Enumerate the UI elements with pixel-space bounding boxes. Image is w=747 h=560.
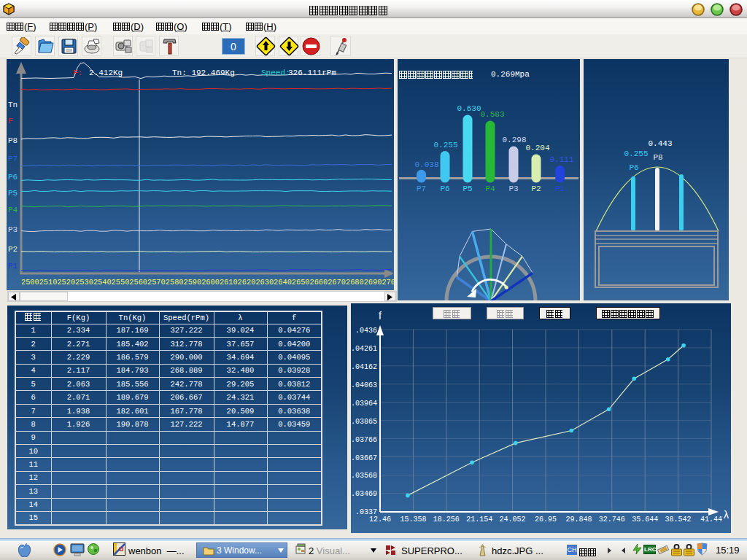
svg-text:P2: P2 bbox=[531, 184, 541, 193]
svg-text:Tn: Tn bbox=[8, 101, 18, 109]
svg-text:P4: P4 bbox=[8, 206, 18, 214]
svg-text:0.204: 0.204 bbox=[525, 144, 549, 152]
svg-text:P1: P1 bbox=[8, 262, 18, 271]
svg-text:2560: 2560 bbox=[129, 278, 147, 287]
svg-text:2690: 2690 bbox=[364, 278, 382, 287]
svg-text:P3: P3 bbox=[8, 225, 18, 234]
svg-text:35.644: 35.644 bbox=[632, 516, 658, 524]
svg-text:.03964: .03964 bbox=[351, 400, 377, 408]
svg-text:15.358: 15.358 bbox=[400, 516, 426, 524]
svg-text:.03766: .03766 bbox=[351, 436, 377, 444]
svg-text:0.630: 0.630 bbox=[457, 104, 481, 113]
svg-text:0.255: 0.255 bbox=[624, 149, 648, 158]
svg-text:U: U bbox=[119, 545, 124, 553]
svg-text:2640: 2640 bbox=[274, 278, 292, 287]
svg-text:21.154: 21.154 bbox=[466, 516, 492, 524]
svg-text:2550: 2550 bbox=[112, 278, 130, 287]
svg-text:P4: P4 bbox=[485, 184, 495, 193]
svg-text:P7: P7 bbox=[417, 184, 426, 193]
svg-text:.03865: .03865 bbox=[351, 418, 377, 426]
svg-text:2530: 2530 bbox=[75, 278, 93, 287]
svg-text:P2: P2 bbox=[8, 245, 18, 254]
svg-text:0.111: 0.111 bbox=[549, 155, 573, 164]
svg-text:24.052: 24.052 bbox=[500, 516, 526, 524]
svg-text:32.746: 32.746 bbox=[599, 516, 625, 524]
svg-text:2500: 2500 bbox=[21, 278, 39, 287]
svg-text:F:: F: bbox=[73, 69, 82, 77]
svg-text:2620: 2620 bbox=[238, 278, 256, 287]
svg-text:.03568: .03568 bbox=[351, 472, 377, 480]
svg-text:P6: P6 bbox=[440, 184, 449, 193]
svg-text:.03469: .03469 bbox=[351, 490, 377, 498]
svg-text:.0436: .0436 bbox=[355, 327, 377, 335]
svg-text:0.255: 0.255 bbox=[433, 141, 457, 149]
svg-text:2630: 2630 bbox=[255, 278, 274, 287]
svg-text:0.038: 0.038 bbox=[414, 160, 438, 169]
svg-text:29.848: 29.848 bbox=[565, 516, 592, 524]
svg-text:2680: 2680 bbox=[346, 278, 364, 287]
svg-text:26.95: 26.95 bbox=[535, 516, 557, 524]
svg-text:2540: 2540 bbox=[93, 278, 112, 287]
svg-text:Speed:: Speed: bbox=[261, 69, 290, 77]
svg-text:P3: P3 bbox=[508, 184, 518, 193]
svg-text:2.412Kg: 2.412Kg bbox=[89, 69, 123, 77]
svg-text:12.46: 12.46 bbox=[369, 516, 391, 524]
svg-text:P6: P6 bbox=[629, 163, 638, 172]
svg-text:38.542: 38.542 bbox=[665, 516, 692, 524]
svg-text:.03667: .03667 bbox=[351, 454, 377, 462]
svg-text:41.44: 41.44 bbox=[700, 516, 722, 524]
svg-text:2700: 2700 bbox=[382, 278, 394, 287]
svg-text:2580: 2580 bbox=[166, 278, 184, 287]
svg-text:2610: 2610 bbox=[220, 278, 238, 287]
svg-text:2600: 2600 bbox=[201, 278, 220, 287]
svg-text:326.111rPm: 326.111rPm bbox=[288, 69, 336, 77]
svg-text:P6: P6 bbox=[8, 173, 18, 182]
svg-text:18.256: 18.256 bbox=[433, 516, 460, 524]
svg-text:0.583: 0.583 bbox=[480, 110, 504, 119]
svg-text:P1: P1 bbox=[555, 184, 565, 193]
svg-text:f: f bbox=[379, 310, 382, 322]
svg-text:2510: 2510 bbox=[39, 278, 58, 287]
svg-text:2660: 2660 bbox=[310, 278, 328, 287]
svg-text:P8: P8 bbox=[653, 153, 662, 162]
svg-text:F: F bbox=[8, 117, 13, 125]
svg-text:2670: 2670 bbox=[328, 278, 346, 287]
svg-text:.04063: .04063 bbox=[351, 381, 377, 389]
svg-text:.04162: .04162 bbox=[351, 363, 377, 371]
svg-text:λ: λ bbox=[724, 509, 729, 521]
svg-text:0.443: 0.443 bbox=[648, 139, 672, 148]
svg-text:P8: P8 bbox=[8, 136, 18, 145]
svg-text:2520: 2520 bbox=[57, 278, 75, 287]
svg-text:.04261: .04261 bbox=[351, 345, 377, 353]
svg-text:Tn: 192.469Kg: Tn: 192.469Kg bbox=[172, 69, 235, 77]
svg-text:2570: 2570 bbox=[147, 278, 166, 287]
svg-text:2650: 2650 bbox=[292, 278, 310, 287]
svg-text:2590: 2590 bbox=[184, 278, 202, 287]
svg-text:0.298: 0.298 bbox=[502, 136, 526, 144]
svg-text:P7: P7 bbox=[8, 155, 18, 163]
svg-text:P5: P5 bbox=[8, 189, 18, 198]
svg-text:P5: P5 bbox=[462, 184, 472, 193]
